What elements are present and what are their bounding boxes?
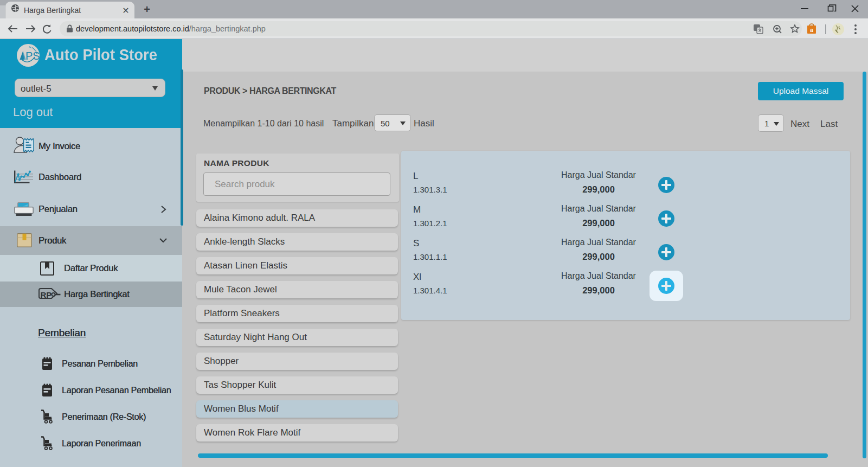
svg-text:RP: RP [41,290,52,299]
svg-text:a: a [810,27,813,33]
